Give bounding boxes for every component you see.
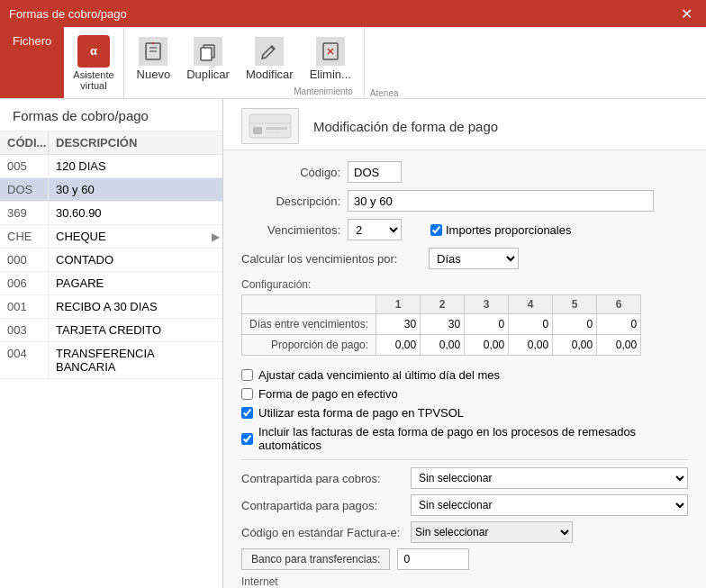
grid-input[interactable] [553,314,596,334]
list-row[interactable]: CHE CHEQUE ▶ [0,225,222,249]
right-panel: Modificación de forma de pago Código: De… [223,99,706,588]
banco-button[interactable]: Banco para transferencias: [241,548,390,570]
list-row[interactable]: 003 TARJETA CREDITO [0,319,222,342]
grid-input[interactable] [597,314,640,334]
svg-rect-12 [253,127,262,134]
logo-placeholder [241,108,299,144]
codigo-label: Código: [241,166,340,179]
vencimientos-label: Vencimientos: [241,223,340,237]
list-row-code: DOS [0,178,49,201]
list-row-desc: TARJETA CREDITO [49,319,222,341]
grid-row-label: Días entre vencimientos: [242,314,376,335]
configuracion-section: Configuración: 1 2 3 4 5 6 [241,278,688,356]
importes-label: Importes proporcionales [446,223,571,237]
calcular-select[interactable]: DíasMeses [429,248,519,269]
form-checkbox-3[interactable] [241,433,253,445]
toolbar: Fichero α Asistentevirtual Nuevo Duplica… [0,27,706,99]
form-checkbox-label-2: Utilizar esta forma de pago en TPVSOL [258,406,464,420]
grid-cell[interactable] [421,314,465,335]
left-panel-title: Formas de cobro/pago [0,99,222,131]
grid-cell[interactable] [376,314,421,335]
checkbox-row: Ajustar cada vencimiento al último día d… [241,368,688,382]
grid-cell[interactable] [376,335,421,356]
descripcion-input[interactable] [348,190,654,212]
form-title: Modificación de forma de pago [313,119,498,134]
list-row[interactable]: 004 TRANSFERENCIA BANCARIA [0,342,222,379]
list-row-desc: 120 DIAS [49,155,222,177]
form-checkbox-0[interactable] [241,369,253,381]
grid-cell[interactable] [509,314,553,335]
check-rows-container: Ajustar cada vencimiento al último día d… [241,368,688,452]
list-row[interactable]: 369 30.60.90 [0,202,222,225]
grid-cell[interactable] [597,314,641,335]
grid-cell[interactable] [553,335,597,356]
contrapartida-pagos-row: Contrapartida para pagos: Sin selecciona… [241,494,688,516]
list-row[interactable]: 001 RECIBO A 30 DIAS [0,295,222,319]
main-layout: Formas de cobro/pago CÓDI... DESCRIPCIÓN… [0,99,706,588]
importes-check-group: Importes proporcionales [430,223,571,237]
importes-checkbox[interactable] [430,224,442,236]
list-row[interactable]: 000 CONTADO [0,249,222,272]
grid-input[interactable] [421,314,464,334]
list-row-code: 003 [0,319,49,341]
list-row-code: 006 [0,272,49,294]
grid-input[interactable] [553,335,596,355]
contrapartida-cobros-select[interactable]: Sin seleccionar [411,467,688,489]
contrapartida-cobros-label: Contrapartida para cobros: [241,472,403,485]
svg-rect-14 [266,131,280,133]
grid-cell[interactable] [421,335,465,356]
config-label: Configuración: [241,278,688,291]
codigo-estandar-label: Código en estándar Factura-e: [241,526,403,539]
modificar-button[interactable]: Modificar [239,33,301,85]
grid-cell[interactable] [509,335,553,356]
vencimientos-select[interactable]: 213456 [348,219,402,240]
grid-input[interactable] [376,335,420,355]
form-checkbox-label-3: Incluir las facturas de esta forma de pa… [258,425,688,452]
checkbox-row: Incluir las facturas de esta forma de pa… [241,425,688,452]
col-4: 4 [509,295,553,314]
contrapartida-pagos-select[interactable]: Sin seleccionar [411,494,688,516]
banco-input[interactable] [397,548,469,570]
grid-input[interactable] [376,314,420,334]
list-row[interactable]: DOS 30 y 60 [0,178,222,202]
grid-row-label: Proporción de pago: [242,335,376,356]
grid-cell[interactable] [553,314,597,335]
list-table: CÓDI... DESCRIPCIÓN 005 120 DIAS DOS 30 … [0,131,222,588]
eliminar-button[interactable]: Elimin... [303,33,358,85]
calcular-row: Calcular los vencimientos por: DíasMeses [241,248,688,269]
grid-cell[interactable] [465,335,509,356]
form-checkbox-1[interactable] [241,388,253,400]
codigo-estandar-select[interactable]: Sin seleccionar [411,521,573,543]
grid-input[interactable] [465,335,508,355]
form-checkbox-2[interactable] [241,407,253,419]
grid-input[interactable] [509,314,552,334]
grid-input[interactable] [421,335,464,355]
list-col-desc: DESCRIPCIÓN [49,131,222,154]
form-checkbox-label-0: Ajustar cada vencimiento al último día d… [258,368,500,382]
grid-input[interactable] [465,314,508,334]
grid-input[interactable] [509,335,552,355]
fichero-label: Fichero [13,34,51,48]
list-row-desc: RECIBO A 30 DIAS [49,295,222,318]
nuevo-button[interactable]: Nuevo [130,33,178,85]
close-button[interactable]: ✕ [675,3,697,24]
codigo-input[interactable] [348,161,402,183]
eliminar-icon [316,37,345,66]
grid-input[interactable] [597,335,640,355]
list-row-desc: 30.60.90 [49,202,222,224]
left-panel: Formas de cobro/pago CÓDI... DESCRIPCIÓN… [0,99,223,588]
expand-arrow: ▶ [208,231,222,243]
grid-cell[interactable] [597,335,641,356]
list-row[interactable]: 006 PAGARE [0,272,222,295]
modificar-icon [255,37,284,66]
asistente-block: α Asistentevirtual [64,27,123,98]
svg-rect-13 [266,127,287,130]
duplicar-icon [194,37,222,66]
checkbox-row: Utilizar esta forma de pago en TPVSOL [241,406,688,420]
fichero-tab[interactable]: Fichero [0,27,64,98]
asistente-icon: α [77,35,110,68]
title-bar: Formas de cobro/pago ✕ [0,0,706,27]
list-row[interactable]: 005 120 DIAS [0,155,222,178]
duplicar-button[interactable]: Duplicar [179,33,237,85]
grid-cell[interactable] [465,314,509,335]
